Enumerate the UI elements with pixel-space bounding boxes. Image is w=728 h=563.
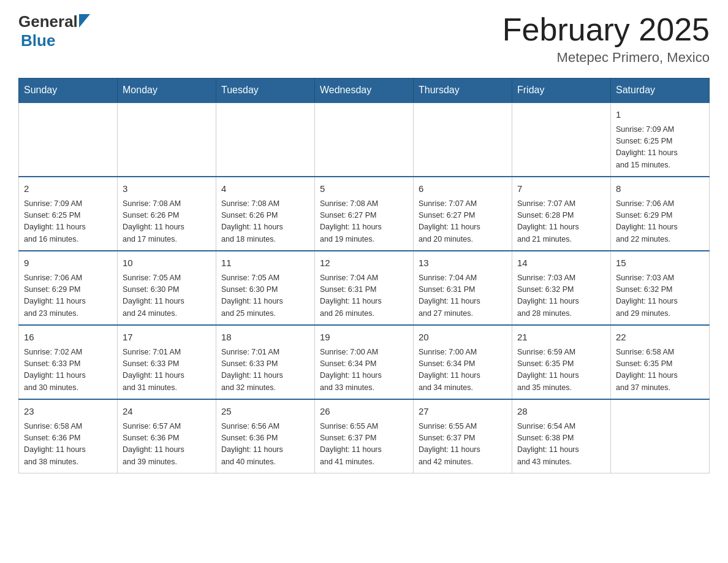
day-info: Sunrise: 6:56 AMSunset: 6:36 PMDaylight:… (221, 421, 309, 469)
weekday-header-saturday: Saturday (611, 79, 710, 103)
day-number: 12 (320, 256, 408, 270)
calendar-cell: 11Sunrise: 7:05 AMSunset: 6:30 PMDayligh… (216, 251, 315, 325)
day-number: 10 (123, 256, 211, 270)
day-info: Sunrise: 7:03 AMSunset: 6:32 PMDaylight:… (517, 272, 605, 320)
calendar-cell: 27Sunrise: 6:55 AMSunset: 6:37 PMDayligh… (414, 399, 512, 473)
calendar-cell: 2Sunrise: 7:09 AMSunset: 6:25 PMDaylight… (19, 177, 118, 251)
day-info: Sunrise: 7:01 AMSunset: 6:33 PMDaylight:… (123, 347, 211, 394)
day-info: Sunrise: 6:58 AMSunset: 6:35 PMDaylight:… (616, 347, 704, 394)
day-info: Sunrise: 7:06 AMSunset: 6:29 PMDaylight:… (616, 198, 704, 246)
calendar-cell: 5Sunrise: 7:08 AMSunset: 6:27 PMDaylight… (315, 177, 414, 251)
page-header: General Blue February 2025 Metepec Prime… (18, 12, 710, 66)
calendar-cell (315, 102, 414, 177)
calendar-cell: 14Sunrise: 7:03 AMSunset: 6:32 PMDayligh… (512, 251, 611, 325)
calendar-cell (611, 399, 710, 473)
svg-marker-0 (79, 14, 90, 28)
day-number: 9 (24, 256, 112, 270)
calendar-week-row: 1Sunrise: 7:09 AMSunset: 6:25 PMDaylight… (19, 102, 710, 177)
day-number: 8 (616, 182, 704, 196)
calendar-cell (512, 102, 611, 177)
calendar-cell: 26Sunrise: 6:55 AMSunset: 6:37 PMDayligh… (315, 399, 414, 473)
logo-arrow-icon (79, 14, 90, 28)
calendar-cell (118, 102, 216, 177)
day-number: 13 (419, 256, 507, 270)
day-info: Sunrise: 7:09 AMSunset: 6:25 PMDaylight:… (616, 124, 704, 172)
calendar-cell: 19Sunrise: 7:00 AMSunset: 6:34 PMDayligh… (315, 325, 414, 399)
day-info: Sunrise: 7:02 AMSunset: 6:33 PMDaylight:… (24, 347, 112, 394)
day-info: Sunrise: 7:07 AMSunset: 6:28 PMDaylight:… (517, 198, 605, 246)
weekday-header-monday: Monday (118, 79, 216, 103)
day-number: 25 (221, 405, 309, 419)
weekday-header-sunday: Sunday (19, 79, 118, 103)
day-number: 11 (221, 256, 309, 270)
day-number: 6 (419, 182, 507, 196)
calendar-cell: 4Sunrise: 7:08 AMSunset: 6:26 PMDaylight… (216, 177, 315, 251)
month-title: February 2025 (502, 12, 710, 47)
day-number: 7 (517, 182, 605, 196)
day-number: 20 (419, 331, 507, 345)
calendar-cell: 13Sunrise: 7:04 AMSunset: 6:31 PMDayligh… (414, 251, 512, 325)
calendar-cell: 7Sunrise: 7:07 AMSunset: 6:28 PMDaylight… (512, 177, 611, 251)
day-info: Sunrise: 6:58 AMSunset: 6:36 PMDaylight:… (24, 421, 112, 469)
calendar-cell: 17Sunrise: 7:01 AMSunset: 6:33 PMDayligh… (118, 325, 216, 399)
day-info: Sunrise: 7:08 AMSunset: 6:26 PMDaylight:… (221, 198, 309, 246)
location-subtitle: Metepec Primero, Mexico (502, 50, 710, 66)
day-info: Sunrise: 7:00 AMSunset: 6:34 PMDaylight:… (320, 347, 408, 394)
calendar-week-row: 2Sunrise: 7:09 AMSunset: 6:25 PMDaylight… (19, 177, 710, 251)
day-info: Sunrise: 7:09 AMSunset: 6:25 PMDaylight:… (24, 198, 112, 246)
day-info: Sunrise: 7:04 AMSunset: 6:31 PMDaylight:… (419, 272, 507, 320)
day-info: Sunrise: 7:04 AMSunset: 6:31 PMDaylight:… (320, 272, 408, 320)
weekday-header-thursday: Thursday (414, 79, 512, 103)
day-info: Sunrise: 7:06 AMSunset: 6:29 PMDaylight:… (24, 272, 112, 320)
calendar-cell: 18Sunrise: 7:01 AMSunset: 6:33 PMDayligh… (216, 325, 315, 399)
day-info: Sunrise: 6:59 AMSunset: 6:35 PMDaylight:… (517, 347, 605, 394)
weekday-header-tuesday: Tuesday (216, 79, 315, 103)
day-number: 21 (517, 331, 605, 345)
calendar-week-row: 16Sunrise: 7:02 AMSunset: 6:33 PMDayligh… (19, 325, 710, 399)
calendar-cell: 9Sunrise: 7:06 AMSunset: 6:29 PMDaylight… (19, 251, 118, 325)
day-number: 26 (320, 405, 408, 419)
day-number: 5 (320, 182, 408, 196)
day-info: Sunrise: 7:08 AMSunset: 6:27 PMDaylight:… (320, 198, 408, 246)
day-number: 19 (320, 331, 408, 345)
day-info: Sunrise: 7:08 AMSunset: 6:26 PMDaylight:… (123, 198, 211, 246)
calendar-cell: 12Sunrise: 7:04 AMSunset: 6:31 PMDayligh… (315, 251, 414, 325)
logo-general-text: General (18, 12, 78, 31)
day-info: Sunrise: 7:00 AMSunset: 6:34 PMDaylight:… (419, 347, 507, 394)
calendar-cell (19, 102, 118, 177)
calendar-cell: 28Sunrise: 6:54 AMSunset: 6:38 PMDayligh… (512, 399, 611, 473)
weekday-header-row: SundayMondayTuesdayWednesdayThursdayFrid… (19, 79, 710, 103)
day-number: 15 (616, 256, 704, 270)
day-info: Sunrise: 7:05 AMSunset: 6:30 PMDaylight:… (221, 272, 309, 320)
calendar-cell: 22Sunrise: 6:58 AMSunset: 6:35 PMDayligh… (611, 325, 710, 399)
logo-blue-text: Blue (21, 31, 55, 50)
calendar-cell: 25Sunrise: 6:56 AMSunset: 6:36 PMDayligh… (216, 399, 315, 473)
calendar-cell: 1Sunrise: 7:09 AMSunset: 6:25 PMDaylight… (611, 102, 710, 177)
calendar-cell: 16Sunrise: 7:02 AMSunset: 6:33 PMDayligh… (19, 325, 118, 399)
calendar-cell (216, 102, 315, 177)
logo: General Blue (18, 12, 90, 50)
title-section: February 2025 Metepec Primero, Mexico (502, 12, 710, 66)
weekday-header-wednesday: Wednesday (315, 79, 414, 103)
day-info: Sunrise: 6:55 AMSunset: 6:37 PMDaylight:… (419, 421, 507, 469)
calendar-cell: 10Sunrise: 7:05 AMSunset: 6:30 PMDayligh… (118, 251, 216, 325)
day-number: 4 (221, 182, 309, 196)
day-number: 3 (123, 182, 211, 196)
day-number: 2 (24, 182, 112, 196)
day-number: 18 (221, 331, 309, 345)
day-info: Sunrise: 7:01 AMSunset: 6:33 PMDaylight:… (221, 347, 309, 394)
calendar-week-row: 23Sunrise: 6:58 AMSunset: 6:36 PMDayligh… (19, 399, 710, 473)
day-number: 24 (123, 405, 211, 419)
day-number: 17 (123, 331, 211, 345)
day-info: Sunrise: 7:07 AMSunset: 6:27 PMDaylight:… (419, 198, 507, 246)
day-info: Sunrise: 6:57 AMSunset: 6:36 PMDaylight:… (123, 421, 211, 469)
day-number: 23 (24, 405, 112, 419)
calendar-cell: 6Sunrise: 7:07 AMSunset: 6:27 PMDaylight… (414, 177, 512, 251)
day-number: 27 (419, 405, 507, 419)
day-info: Sunrise: 7:03 AMSunset: 6:32 PMDaylight:… (616, 272, 704, 320)
calendar-cell: 20Sunrise: 7:00 AMSunset: 6:34 PMDayligh… (414, 325, 512, 399)
calendar-cell (414, 102, 512, 177)
calendar-week-row: 9Sunrise: 7:06 AMSunset: 6:29 PMDaylight… (19, 251, 710, 325)
day-number: 1 (616, 108, 704, 122)
calendar-cell: 3Sunrise: 7:08 AMSunset: 6:26 PMDaylight… (118, 177, 216, 251)
